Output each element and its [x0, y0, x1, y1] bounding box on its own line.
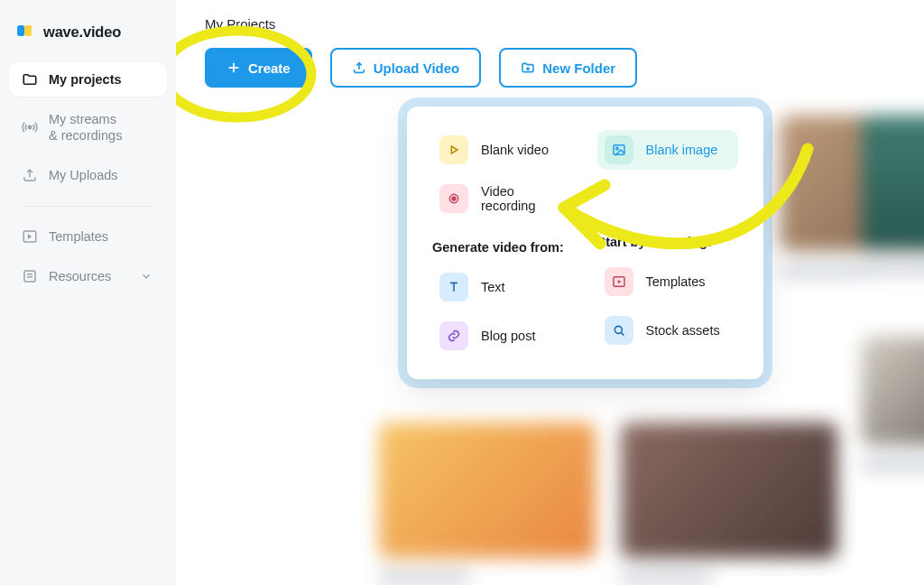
- nav-label: Templates: [49, 228, 108, 245]
- brand-logo-icon: [16, 25, 36, 40]
- option-label: Text: [481, 280, 505, 294]
- search-icon: [605, 316, 633, 345]
- nav-my-projects[interactable]: My projects: [9, 62, 167, 97]
- nav-my-streams[interactable]: My streams & recordings: [9, 102, 167, 153]
- option-label: Video recording: [481, 184, 567, 213]
- sidebar: wave.video My projects My streams & reco…: [0, 0, 176, 585]
- page-title: My Projects: [205, 16, 924, 32]
- option-blog-post[interactable]: Blog post: [432, 316, 574, 356]
- option-label: Stock assets: [646, 323, 720, 338]
- main: My Projects Create Upload Video New Fold…: [176, 0, 924, 585]
- upload-icon: [352, 60, 366, 75]
- svg-point-11: [452, 197, 456, 200]
- record-icon: [439, 184, 468, 213]
- sidebar-separator: [22, 206, 154, 207]
- nav-label: My projects: [49, 71, 122, 88]
- templates-icon: [22, 228, 38, 245]
- nav-resources[interactable]: Resources: [9, 259, 167, 293]
- new-folder-label: New Folder: [542, 60, 615, 76]
- svg-point-13: [615, 147, 618, 150]
- brand-name: wave.video: [43, 23, 121, 41]
- brand[interactable]: wave.video: [9, 16, 167, 57]
- upload-icon: [22, 167, 38, 183]
- upload-label: Upload Video: [374, 60, 460, 76]
- heading-start-browsing: Start by browsing:: [597, 235, 739, 249]
- toolbar: Create Upload Video New Folder: [205, 48, 924, 88]
- plus-icon: [226, 60, 241, 75]
- option-templates[interactable]: Templates: [597, 262, 739, 302]
- option-label: Blog post: [481, 329, 535, 343]
- upload-video-button[interactable]: Upload Video: [330, 48, 482, 88]
- option-text[interactable]: Text: [432, 267, 574, 307]
- nav-label: Resources: [49, 268, 111, 284]
- svg-point-0: [28, 126, 31, 129]
- svg-marker-9: [451, 146, 457, 153]
- play-icon: [439, 135, 468, 164]
- broadcast-icon: [22, 119, 38, 135]
- option-video-recording[interactable]: Video recording: [432, 179, 574, 218]
- option-blank-video[interactable]: Blank video: [432, 130, 574, 170]
- text-icon: [439, 273, 468, 302]
- templates-icon: [605, 267, 633, 296]
- create-dropdown: Blank video Video recording Generate vid…: [407, 107, 763, 379]
- folder-icon: [22, 71, 38, 88]
- option-stock-assets[interactable]: Stock assets: [597, 311, 739, 350]
- svg-marker-15: [617, 280, 621, 283]
- svg-line-17: [621, 332, 624, 335]
- nav-templates[interactable]: Templates: [9, 219, 167, 254]
- nav-label: My Uploads: [49, 167, 118, 183]
- chevron-down-icon: [138, 268, 154, 284]
- svg-point-16: [614, 326, 622, 333]
- image-icon: [605, 135, 633, 164]
- option-blank-image[interactable]: Blank image: [597, 130, 739, 170]
- resources-icon: [22, 268, 38, 284]
- new-folder-button[interactable]: New Folder: [499, 48, 637, 88]
- heading-generate-from: Generate video from:: [432, 240, 574, 255]
- create-label: Create: [248, 60, 291, 76]
- svg-rect-12: [614, 145, 624, 155]
- nav-label: My streams & recordings: [49, 111, 122, 144]
- option-label: Templates: [646, 274, 706, 289]
- option-label: Blank video: [481, 143, 549, 157]
- option-label: Blank image: [646, 143, 718, 157]
- folder-plus-icon: [521, 60, 535, 75]
- create-button[interactable]: Create: [205, 48, 312, 88]
- nav-my-uploads[interactable]: My Uploads: [9, 158, 167, 192]
- link-icon: [439, 321, 468, 350]
